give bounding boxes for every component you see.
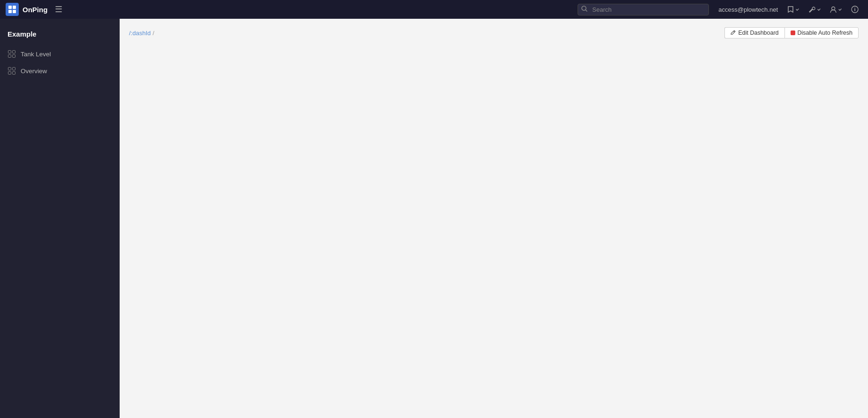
search-container [578, 4, 709, 15]
svg-rect-12 [8, 55, 11, 58]
brand-link[interactable]: OnPing [6, 3, 47, 16]
svg-rect-2 [8, 10, 12, 13]
svg-point-9 [854, 8, 855, 8]
svg-line-18 [734, 31, 735, 32]
brand-name: OnPing [23, 6, 47, 14]
svg-rect-10 [8, 51, 11, 53]
tank-level-icon [8, 50, 16, 58]
breadcrumb-actions: Edit Dashboard Disable Auto Refresh [724, 27, 859, 38]
svg-rect-15 [13, 68, 15, 70]
main-content: /:dashId / Edit Dashboard Disable Auto R… [120, 19, 868, 418]
edit-icon [731, 30, 736, 36]
overview-icon [8, 67, 16, 75]
brand-logo [6, 3, 19, 16]
svg-rect-13 [13, 55, 15, 58]
edit-dashboard-label: Edit Dashboard [738, 30, 778, 36]
svg-rect-0 [8, 6, 12, 9]
search-input[interactable] [578, 4, 709, 15]
sidebar-item-label-tank-level: Tank Level [21, 51, 51, 58]
tools-button[interactable] [805, 4, 824, 15]
info-button[interactable] [847, 4, 862, 15]
svg-rect-3 [13, 10, 16, 13]
sidebar: Example Tank Level [0, 19, 120, 418]
navbar: OnPing ☰ access@plowtech.net [0, 0, 868, 19]
svg-rect-11 [13, 51, 15, 53]
svg-rect-1 [13, 6, 16, 9]
hamburger-icon[interactable]: ☰ [53, 2, 64, 16]
dashboard-area [120, 43, 868, 418]
breadcrumb-separator: / [152, 30, 154, 37]
svg-rect-14 [8, 68, 11, 70]
svg-rect-17 [13, 72, 15, 75]
sidebar-item-tank-level[interactable]: Tank Level [0, 46, 120, 62]
red-dot-icon [791, 30, 795, 35]
disable-refresh-label: Disable Auto Refresh [798, 30, 853, 36]
user-email[interactable]: access@plowtech.net [715, 6, 782, 13]
bookmark-button[interactable] [784, 4, 803, 15]
search-icon [581, 6, 587, 13]
sidebar-title: Example [0, 26, 120, 46]
breadcrumb-bar: /:dashId / Edit Dashboard Disable Auto R… [120, 19, 868, 43]
breadcrumb: /:dashId / [129, 30, 154, 37]
sidebar-item-overview[interactable]: Overview [0, 62, 120, 79]
svg-line-5 [586, 10, 587, 11]
disable-auto-refresh-button[interactable]: Disable Auto Refresh [784, 27, 859, 38]
navbar-right: access@plowtech.net [715, 4, 862, 15]
svg-rect-16 [8, 72, 11, 75]
sidebar-item-label-overview: Overview [21, 68, 47, 75]
app-layout: Example Tank Level [0, 0, 868, 418]
breadcrumb-path[interactable]: /:dashId [129, 30, 151, 37]
edit-dashboard-button[interactable]: Edit Dashboard [724, 27, 784, 38]
user-menu-button[interactable] [826, 4, 845, 15]
